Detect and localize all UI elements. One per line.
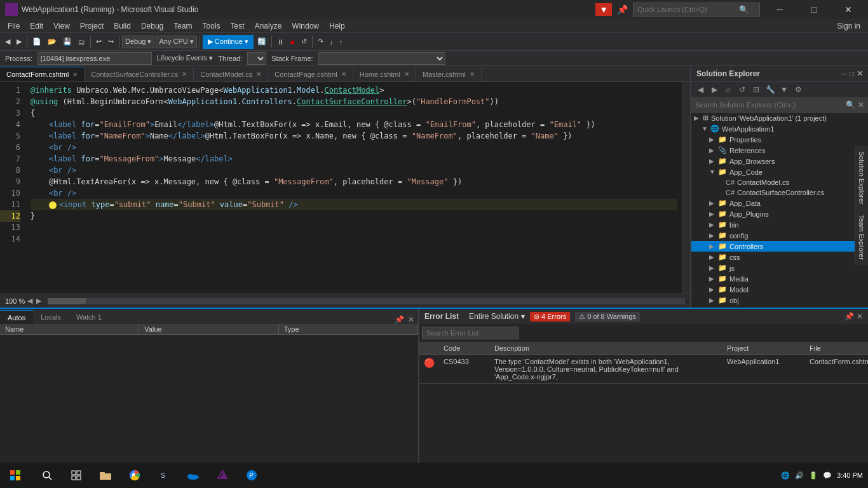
taskbar-time[interactable]: 3:40 PM (837, 471, 863, 479)
process-input[interactable] (37, 52, 152, 65)
menu-view[interactable]: View (48, 19, 75, 33)
sol-item-references[interactable]: ▶ 📎 References (691, 145, 868, 156)
thread-select[interactable] (247, 52, 266, 65)
sol-item-media[interactable]: ▶ 📁 Media (691, 273, 868, 284)
close-tab-contactpage[interactable]: ✕ (341, 71, 346, 78)
tb-step-over[interactable]: ↷ (315, 35, 326, 49)
tab-contactpage[interactable]: ContactPage.cshtml ✕ (268, 67, 353, 81)
taskbar-taskview[interactable] (62, 463, 90, 488)
tab-autos[interactable]: Autos (0, 310, 33, 324)
zoom-increase[interactable]: ▶ (35, 297, 43, 305)
taskbar-start[interactable] (0, 463, 31, 488)
sol-item-contactsurface-cs[interactable]: C# ContactSurfaceController.cs (691, 187, 868, 198)
tb-continue[interactable]: ▶ Continue ▾ (203, 35, 254, 49)
tb-step-out[interactable]: ↑ (337, 35, 346, 49)
quick-launch-search[interactable]: 🔍 (633, 3, 760, 17)
sol-tb-settings[interactable]: ⚙ (792, 83, 804, 96)
sol-item-scripts[interactable]: ▶ 📁 scripts (691, 306, 868, 308)
tb-refresh[interactable]: 🔄 (255, 35, 269, 49)
tb-open[interactable]: 📂 (45, 35, 59, 49)
sol-collapse-btn[interactable]: ─ (841, 69, 847, 78)
sol-item-properties[interactable]: ▶ 📁 Properties (691, 134, 868, 145)
tb-back[interactable]: ◀ (3, 35, 13, 49)
sol-close-btn[interactable]: ✕ (857, 69, 863, 78)
close-tab-contactsurface[interactable]: ✕ (182, 71, 187, 78)
taskbar-steam[interactable]: S (150, 463, 178, 488)
tb-pause[interactable]: ⏸ (275, 35, 287, 49)
tab-home[interactable]: Home.cshtml ✕ (353, 67, 416, 81)
tab-contactmodel[interactable]: ContactModel.cs ✕ (194, 67, 268, 81)
menu-debug[interactable]: Debug (136, 19, 168, 33)
tb-undo[interactable]: ↩ (93, 35, 104, 49)
tab-contactsurface[interactable]: ContactSurfaceController.cs ✕ (85, 67, 194, 81)
sol-item-appbrowsers[interactable]: ▶ 📁 App_Browsers (691, 156, 868, 166)
solution-search[interactable]: 🔍 ✕ (691, 97, 868, 112)
code-content[interactable]: @inherits Umbraco.Web.Mvc.UmbracoViewPag… (25, 82, 682, 294)
close-tab-home[interactable]: ✕ (404, 71, 409, 78)
taskbar-onedrive[interactable] (179, 463, 207, 488)
error-row-1[interactable]: 🔴 CS0433 The type 'ContactModel' exists … (419, 355, 868, 384)
sol-tb-filter[interactable]: ▼ (778, 83, 790, 96)
autos-close-btn[interactable]: ✕ (408, 315, 414, 324)
sol-tb-back[interactable]: ◀ (694, 83, 707, 96)
tb-save-all[interactable]: 🗂 (76, 35, 88, 49)
tab-master[interactable]: Master.cshtml ✕ (416, 67, 482, 81)
menu-help[interactable]: Help (324, 19, 350, 33)
error-search-input[interactable] (422, 327, 519, 339)
tb-platform-dropdown[interactable]: Any CPU ▾ (156, 36, 196, 48)
sol-item-appcode[interactable]: ▼ 📁 App_Code (691, 166, 868, 177)
sol-search-close[interactable]: ✕ (858, 100, 864, 109)
pin-icon[interactable]: 📌 (617, 4, 628, 15)
close-tab-contactform[interactable]: ✕ (72, 71, 78, 78)
minimize-button[interactable]: ─ (765, 0, 794, 19)
maximize-button[interactable]: □ (799, 0, 829, 19)
tab-locals[interactable]: Locals (33, 310, 69, 324)
sol-item-model[interactable]: ▶ 📁 Model (691, 284, 868, 295)
tb-save[interactable]: 💾 (60, 35, 74, 49)
sol-item-webapp[interactable]: ▼ 🌐 WebApplication1 (691, 123, 868, 134)
tb-step-into[interactable]: ↓ (327, 35, 336, 49)
error-close-btn[interactable]: ✕ (857, 312, 863, 321)
stack-frame-select[interactable] (318, 52, 445, 65)
tb-new-project[interactable]: 📄 (30, 35, 44, 49)
taskbar-search[interactable] (33, 463, 61, 488)
sol-item-contactmodel-cs[interactable]: C# ContactModel.cs (691, 177, 868, 187)
sol-tb-home[interactable]: ⌂ (722, 83, 735, 96)
menu-team[interactable]: Team (168, 19, 197, 33)
menu-window[interactable]: Window (287, 19, 324, 33)
close-tab-contactmodel[interactable]: ✕ (256, 71, 261, 78)
side-tab-team[interactable]: Team Explorer (855, 210, 868, 265)
sol-item-config[interactable]: ▶ 📁 config (691, 230, 868, 241)
sol-float-btn[interactable]: □ (850, 69, 854, 78)
side-tab-solution[interactable]: Solution Explorer (855, 146, 868, 210)
menu-build[interactable]: Build (109, 19, 136, 33)
taskbar-explorer[interactable] (92, 463, 119, 488)
sol-item-solution[interactable]: ▶ ⊞ Solution 'WebApplication1' (1 projec… (691, 112, 868, 123)
error-count-badge[interactable]: ⊘ 4 Errors (530, 312, 570, 322)
taskbar-extra[interactable]: P (238, 463, 266, 488)
menu-test[interactable]: Test (226, 19, 250, 33)
zoom-decrease[interactable]: ◀ (26, 297, 34, 305)
menu-file[interactable]: File (3, 19, 25, 33)
error-pin-btn[interactable]: 📌 (844, 312, 854, 321)
menu-tools[interactable]: Tools (198, 19, 226, 33)
code-scrollbar[interactable] (682, 82, 690, 294)
tab-watch1[interactable]: Watch 1 (69, 310, 109, 324)
sol-item-obj[interactable]: ▶ 📁 obj (691, 295, 868, 306)
tb-forward[interactable]: ▶ (14, 35, 24, 49)
tb-stop[interactable]: ■ (288, 35, 297, 49)
tb-config-dropdown[interactable]: Debug ▾ (122, 36, 154, 48)
warning-count-badge[interactable]: ⚠ 0 of 8 Warnings (575, 312, 640, 322)
menu-project[interactable]: Project (75, 19, 109, 33)
tab-contactform[interactable]: ContactForm.cshtml ✕ (0, 67, 85, 81)
sol-tb-forward[interactable]: ▶ (708, 83, 721, 96)
quick-launch-input[interactable] (637, 6, 739, 13)
sol-tb-collapse[interactable]: ⊟ (750, 83, 763, 96)
zoom-control[interactable]: 100 % ◀ ▶ (3, 297, 45, 305)
sol-item-js[interactable]: ▶ 📁 js (691, 262, 868, 273)
sol-tb-properties[interactable]: 🔧 (764, 83, 776, 96)
menu-analyze[interactable]: Analyze (250, 19, 287, 33)
code-editor[interactable]: 1234 5678 9101112 1314 @inherits Umbraco… (0, 82, 690, 294)
sol-item-controllers[interactable]: ▶ 📁 Controllers (691, 241, 868, 252)
filter-dropdown[interactable]: Entire Solution ▾ (469, 312, 525, 321)
